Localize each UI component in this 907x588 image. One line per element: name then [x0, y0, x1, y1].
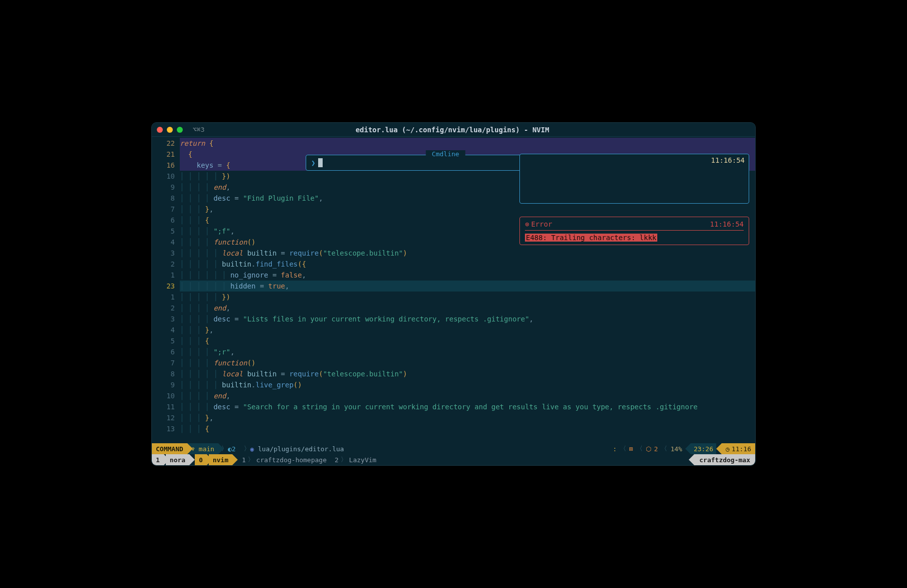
line-number: 21 — [152, 149, 175, 160]
maximize-icon[interactable] — [177, 127, 183, 133]
line-number: 12 — [152, 412, 175, 423]
tmux-statusline: 1 nora 0 nvim 1 〉 craftzdog-homepage 2 〉… — [152, 454, 755, 465]
line-number: 9 — [152, 379, 175, 390]
tmux-host: craftzdog-max — [694, 454, 755, 465]
code-line[interactable]: │ │ │ }, — [180, 204, 755, 215]
line-number-gutter: 222116109876543212312345678910111213 — [152, 137, 180, 443]
clock: 11:16 — [722, 443, 755, 454]
clock-icon — [726, 445, 730, 453]
code-line[interactable]: │ │ │ { — [180, 335, 755, 346]
cmdline-prompt-icon: ❯ — [311, 159, 315, 167]
statusline-right: : 〈 ⊞ 〈 2 〈 14% — [610, 443, 685, 454]
line-number: 4 — [152, 237, 175, 248]
editor[interactable]: 222116109876543212312345678910111213 ret… — [152, 137, 755, 443]
line-number: 10 — [152, 390, 175, 401]
line-number: 7 — [152, 204, 175, 215]
code-line[interactable]: │ │ │ }, — [180, 324, 755, 335]
terminal-window: ⌥⌘3 editor.lua (~/.config/nvim/lua/plugi… — [151, 122, 756, 466]
statusline: COMMAND main 〉 ◐ 2 〉 lua/plugins/editor.… — [152, 443, 755, 454]
line-number: 2 — [152, 302, 175, 313]
line-number: 13 — [152, 423, 175, 434]
code-line[interactable]: │ │ │ │ │ local builtin = require("teles… — [180, 248, 755, 259]
line-number: 16 — [152, 160, 175, 171]
line-number: 6 — [152, 215, 175, 226]
code-line[interactable]: │ │ │ │ │ }) — [180, 292, 755, 302]
line-number: 4 — [152, 324, 175, 335]
code-line[interactable]: │ │ │ { — [180, 423, 755, 434]
line-number: 8 — [152, 193, 175, 204]
line-number: 2 — [152, 259, 175, 270]
code-line[interactable]: │ │ │ │ end, — [180, 302, 755, 313]
line-number: 1 — [152, 292, 175, 302]
notification-info: 11:16:54 — [519, 154, 749, 204]
code-line[interactable]: │ │ │ │ │ │ hidden = true, — [180, 281, 755, 292]
line-number: 3 — [152, 248, 175, 259]
code-line[interactable]: │ │ │ }, — [180, 412, 755, 423]
tmux-session-index[interactable]: 1 — [152, 454, 164, 465]
line-number: 8 — [152, 368, 175, 379]
close-icon[interactable] — [157, 127, 163, 133]
notification-time: 11:16:54 — [711, 156, 745, 164]
tmux-window-1[interactable]: 1 〉 craftzdog-homepage — [238, 454, 331, 465]
error-time: 11:16:54 — [710, 220, 744, 228]
hint-icon: ◐ — [228, 445, 232, 453]
code-line[interactable]: return { — [180, 138, 755, 149]
titlebar: ⌥⌘3 editor.lua (~/.config/nvim/lua/plugi… — [152, 123, 755, 137]
traffic-lights — [157, 127, 183, 133]
code-line[interactable]: │ │ │ │ │ builtin.find_files({ — [180, 259, 755, 270]
filepath: 〉 lua/plugins/editor.lua — [240, 443, 348, 454]
tmux-window-active-name[interactable]: nvim — [209, 454, 232, 465]
tmux-window-2[interactable]: 2 〉 LazyVim — [331, 454, 381, 465]
mode-indicator: COMMAND — [152, 443, 187, 454]
error-title: ⊗ Error — [525, 220, 552, 228]
line-number: 5 — [152, 226, 175, 237]
line-number: 1 — [152, 270, 175, 281]
minimize-icon[interactable] — [167, 127, 173, 133]
code-line[interactable]: │ │ │ │ │ builtin.live_grep() — [180, 379, 755, 390]
line-number: 6 — [152, 346, 175, 357]
line-number: 10 — [152, 171, 175, 182]
line-number: 5 — [152, 335, 175, 346]
copilot-icon: ⊞ — [629, 445, 633, 453]
code-line[interactable]: │ │ │ │ ";r", — [180, 346, 755, 357]
window-shortcut-indicator: ⌥⌘3 — [193, 126, 204, 133]
tmux-window-active-index[interactable]: 0 — [195, 454, 207, 465]
error-icon: ⊗ — [525, 220, 529, 228]
line-number: 22 — [152, 138, 175, 149]
notification-error: ⊗ Error 11:16:54 E488: Trailing characte… — [519, 217, 749, 245]
code-line[interactable]: │ │ │ │ │ │ no_ignore = false, — [180, 270, 755, 281]
line-number: 11 — [152, 401, 175, 412]
window-title: editor.lua (~/.config/nvim/lua/plugins) … — [204, 126, 700, 134]
line-number: 9 — [152, 182, 175, 193]
package-icon — [646, 445, 651, 453]
cmdline-cursor — [318, 158, 323, 167]
line-number: 23 — [152, 281, 175, 292]
cursor-position: 23:26 — [691, 443, 716, 454]
error-message: E488: Trailing characters: lkkk — [525, 234, 657, 242]
code-line[interactable]: │ │ │ │ │ local builtin = require("teles… — [180, 368, 755, 379]
lua-icon — [250, 445, 254, 453]
scroll-percent: 14% — [670, 445, 682, 453]
line-number: 7 — [152, 357, 175, 368]
code-line[interactable]: │ │ │ │ desc = "Lists files in your curr… — [180, 313, 755, 324]
line-number: 3 — [152, 313, 175, 324]
code-line[interactable]: │ │ │ │ end, — [180, 390, 755, 401]
code-line[interactable]: │ │ │ │ desc = "Search for a string in y… — [180, 401, 755, 412]
code-line[interactable]: │ │ │ │ function() — [180, 357, 755, 368]
cmdline-title: Cmdline — [426, 150, 465, 158]
tmux-session-name[interactable]: nora — [166, 454, 189, 465]
